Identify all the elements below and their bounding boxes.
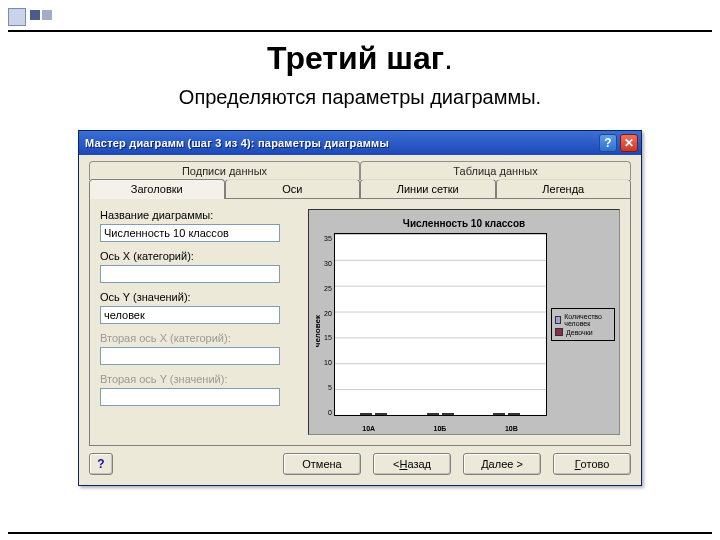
label-y-axis: Ось Y (значений): (100, 291, 300, 303)
input-y-axis[interactable] (100, 306, 280, 324)
field-x-axis: Ось X (категорий): (100, 250, 300, 283)
slide-top-rule (8, 30, 712, 32)
bar (493, 413, 505, 415)
slide-title: Третий шаг. (0, 40, 720, 77)
titlebar-help-button[interactable]: ? (599, 134, 617, 152)
bar-group (489, 413, 525, 415)
y-tick: 10 (324, 359, 332, 366)
slide-title-dot: . (444, 40, 453, 76)
y-tick: 5 (324, 384, 332, 391)
input-x-axis[interactable] (100, 265, 280, 283)
cancel-button[interactable]: Отмена (283, 453, 361, 475)
input-y2-axis (100, 388, 280, 406)
label-x-axis: Ось X (категорий): (100, 250, 300, 262)
bar-group (422, 413, 458, 415)
legend-swatch-icon (555, 316, 561, 324)
bar (360, 413, 372, 415)
bar (375, 413, 387, 415)
label-chart-title: Название диаграммы: (100, 209, 300, 221)
bar (427, 413, 439, 415)
y-tick: 30 (324, 260, 332, 267)
slide-subtitle: Определяются параметры диаграммы. (0, 86, 720, 109)
bar (508, 413, 520, 415)
y-tick: 35 (324, 235, 332, 242)
y-ticks: 35 30 25 20 15 10 5 0 (324, 233, 334, 430)
y-tick: 15 (324, 334, 332, 341)
tab-gridlines[interactable]: Линии сетки (360, 179, 496, 198)
y-axis-label: человек (313, 315, 322, 347)
field-x2-axis: Вторая ось X (категорий): (100, 332, 300, 365)
back-button[interactable]: < Назад (373, 453, 451, 475)
tab-data-table[interactable]: Таблица данных (360, 161, 631, 180)
chart-preview: Численность 10 классов человек 35 30 25 … (308, 209, 620, 435)
legend-item: Количество человек (555, 313, 611, 327)
y-tick: 0 (324, 409, 332, 416)
tab-panel-titles: Название диаграммы: Ось X (категорий): О… (89, 198, 631, 446)
window-title: Мастер диаграмм (шаг 3 из 4): параметры … (85, 137, 596, 149)
finish-button[interactable]: Готово (553, 453, 631, 475)
tab-row-front: Заголовки Оси Линии сетки Легенда (89, 179, 631, 198)
legend-label: Количество человек (564, 313, 611, 327)
y-tick: 20 (324, 310, 332, 317)
slide-bottom-rule (8, 532, 712, 534)
field-chart-title: Название диаграммы: (100, 209, 300, 242)
tab-legend[interactable]: Легенда (496, 179, 632, 198)
x-tick: 10В (505, 425, 518, 432)
input-chart-title[interactable] (100, 224, 280, 242)
tab-axes[interactable]: Оси (225, 179, 361, 198)
bar (442, 413, 454, 415)
label-y2-axis: Вторая ось Y (значений): (100, 373, 300, 385)
help-button[interactable]: ? (89, 453, 113, 475)
tab-data-labels[interactable]: Подписи данных (89, 161, 360, 180)
legend-swatch-icon (555, 328, 563, 336)
legend-item: Девочки (555, 328, 611, 336)
legend-label: Девочки (566, 329, 593, 336)
bar-group (356, 413, 392, 415)
input-x2-axis (100, 347, 280, 365)
preview-chart-title: Численность 10 классов (313, 218, 615, 229)
chart-body: человек 35 30 25 20 15 10 5 0 (313, 233, 615, 430)
tab-titles[interactable]: Заголовки (89, 179, 225, 198)
chart-legend: Количество человек Девочки (551, 308, 615, 341)
x-tick: 10Б (434, 425, 447, 432)
slide-title-text: Третий шаг (267, 40, 444, 76)
titles-fields: Название диаграммы: Ось X (категорий): О… (100, 209, 300, 435)
chart-wizard-dialog: Мастер диаграмм (шаг 3 из 4): параметры … (78, 130, 642, 486)
next-button[interactable]: Далее > (463, 453, 541, 475)
dialog-client: Подписи данных Таблица данных Заголовки … (79, 155, 641, 485)
y-tick: 25 (324, 285, 332, 292)
tab-row-back: Подписи данных Таблица данных (89, 161, 631, 180)
field-y-axis: Ось Y (значений): (100, 291, 300, 324)
plot-area (334, 233, 547, 416)
titlebar-close-button[interactable]: ✕ (620, 134, 638, 152)
x-tick: 10А (362, 425, 375, 432)
label-x2-axis: Вторая ось X (категорий): (100, 332, 300, 344)
slide-decor (8, 8, 52, 26)
x-ticks: 10А 10Б 10В (333, 425, 547, 432)
dialog-button-row: ? Отмена < Назад Далее > Готово (89, 453, 631, 475)
titlebar[interactable]: Мастер диаграмм (шаг 3 из 4): параметры … (79, 131, 641, 155)
field-y2-axis: Вторая ось Y (значений): (100, 373, 300, 406)
